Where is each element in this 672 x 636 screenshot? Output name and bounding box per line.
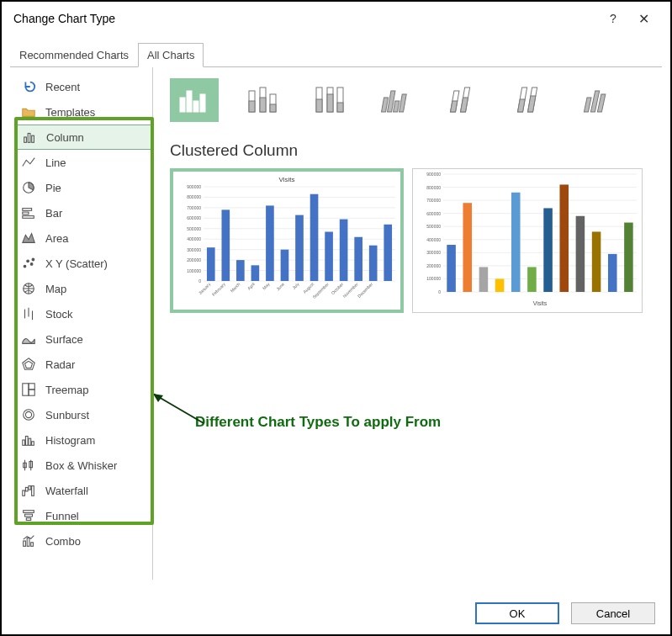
svg-text:500000: 500000 <box>187 226 201 231</box>
svg-rect-51 <box>316 99 322 112</box>
sidebar-item-label: Box & Whisker <box>45 459 117 472</box>
window-title: Change Chart Type <box>13 12 598 25</box>
svg-text:August: August <box>302 281 315 294</box>
svg-rect-6 <box>23 216 34 219</box>
sidebar-item-label: Column <box>46 131 84 144</box>
svg-rect-92 <box>207 247 215 281</box>
svg-rect-103 <box>369 246 378 281</box>
svg-text:900000: 900000 <box>187 184 201 189</box>
ok-button[interactable]: OK <box>475 602 559 624</box>
histogram-chart-icon <box>20 432 37 448</box>
sidebar-item-area[interactable]: Area <box>15 225 152 251</box>
svg-rect-43 <box>200 94 205 112</box>
svg-rect-53 <box>327 94 333 112</box>
sidebar-item-surface[interactable]: Surface <box>15 326 152 352</box>
subtype-3d-column[interactable] <box>574 78 622 122</box>
sidebar-item-templates[interactable]: Templates <box>15 99 152 125</box>
svg-rect-35 <box>25 514 33 517</box>
sidebar-item-label: Recent <box>45 81 80 93</box>
sidebar-item-recent[interactable]: Recent <box>15 74 152 99</box>
sidebar-item-boxwhisker[interactable]: Box & Whisker <box>15 453 152 478</box>
sidebar-item-funnel[interactable]: Funnel <box>15 503 152 528</box>
svg-text:June: June <box>275 281 285 291</box>
svg-point-10 <box>32 258 34 261</box>
sidebar-item-scatter[interactable]: X Y (Scatter) <box>15 251 152 276</box>
svg-rect-97 <box>281 250 289 281</box>
subtype-100stacked-3d[interactable] <box>506 78 555 122</box>
sidebar-item-label: Funnel <box>45 510 79 522</box>
help-button[interactable]: ? <box>598 12 628 25</box>
tab-recommended[interactable]: Recommended Charts <box>10 43 138 67</box>
svg-rect-32 <box>29 486 31 490</box>
sidebar-item-column[interactable]: Column <box>15 125 152 150</box>
sidebar-item-waterfall[interactable]: Waterfall <box>15 478 152 503</box>
sidebar-item-bar[interactable]: Bar <box>15 200 152 225</box>
svg-point-20 <box>24 410 34 421</box>
svg-rect-38 <box>27 538 29 546</box>
sidebar-item-label: Waterfall <box>45 485 88 497</box>
sidebar-item-label: Map <box>45 283 66 295</box>
folder-icon <box>20 103 37 120</box>
radar-chart-icon <box>20 356 37 373</box>
svg-rect-42 <box>193 101 198 112</box>
svg-rect-39 <box>31 543 34 547</box>
svg-rect-58 <box>394 101 399 112</box>
line-chart-icon <box>20 154 37 171</box>
subtype-stacked-3d[interactable] <box>439 78 488 122</box>
svg-text:0: 0 <box>198 278 201 284</box>
tab-strip: Recommended Charts All Charts <box>2 42 670 66</box>
svg-text:400000: 400000 <box>426 237 441 242</box>
preview-1[interactable]: Visits0100000200000300000400000500000600… <box>170 168 404 313</box>
preview-2[interactable]: 0100000200000300000400000500000600000700… <box>412 168 643 313</box>
sidebar-item-radar[interactable]: Radar <box>15 352 152 377</box>
bar-chart-icon <box>20 204 37 221</box>
close-button[interactable]: ✕ <box>628 11 659 27</box>
tab-all-charts[interactable]: All Charts <box>138 43 204 67</box>
svg-rect-18 <box>29 384 34 390</box>
svg-rect-2 <box>32 135 34 142</box>
title-bar: Change Chart Type ? ✕ <box>2 2 670 35</box>
sidebar-item-pie[interactable]: Pie <box>15 175 152 200</box>
svg-rect-145 <box>576 216 585 292</box>
sidebar-item-map[interactable]: Map <box>15 276 152 301</box>
svg-rect-25 <box>32 442 34 446</box>
sidebar-item-combo[interactable]: Combo <box>15 528 152 554</box>
svg-rect-47 <box>260 98 266 112</box>
sidebar-item-sunburst[interactable]: Sunburst <box>15 402 152 427</box>
sidebar-item-treemap[interactable]: Treemap <box>15 377 152 402</box>
sidebar-item-label: Surface <box>45 333 83 346</box>
svg-rect-139 <box>479 267 489 292</box>
subtype-clustered-3d[interactable] <box>372 78 421 122</box>
svg-text:July: July <box>291 281 300 290</box>
subtype-clustered-2d[interactable] <box>170 78 219 122</box>
cancel-button[interactable]: Cancel <box>571 602 655 624</box>
dialog-footer: OK Cancel <box>475 602 655 624</box>
undo-icon <box>20 78 37 95</box>
svg-rect-94 <box>236 260 245 281</box>
sidebar-item-stock[interactable]: Stock <box>15 301 152 326</box>
sidebar-item-label: Line <box>45 156 66 169</box>
sidebar-item-label: Treemap <box>45 384 89 396</box>
sidebar-item-histogram[interactable]: Histogram <box>15 427 152 453</box>
subtype-100stacked-2d[interactable] <box>304 78 353 122</box>
svg-text:0: 0 <box>438 289 441 294</box>
sidebar-item-line[interactable]: Line <box>15 150 152 175</box>
sidebar-item-label: Radar <box>45 358 75 371</box>
svg-rect-147 <box>608 254 617 292</box>
svg-text:December: December <box>357 281 374 299</box>
svg-text:April: April <box>246 281 256 290</box>
svg-rect-70 <box>597 94 605 112</box>
svg-rect-56 <box>382 98 389 112</box>
svg-rect-104 <box>384 225 392 281</box>
svg-rect-45 <box>249 101 255 112</box>
svg-rect-67 <box>528 96 536 112</box>
subtype-stacked-2d[interactable] <box>237 78 286 122</box>
svg-rect-61 <box>451 101 458 112</box>
svg-rect-36 <box>26 518 30 521</box>
sidebar-item-label: Combo <box>45 535 81 548</box>
svg-point-9 <box>30 263 33 266</box>
svg-rect-95 <box>251 265 260 281</box>
subtype-row <box>170 74 662 126</box>
annotation-text: Different Chart Types To apply From <box>195 414 441 431</box>
svg-text:800000: 800000 <box>426 185 441 190</box>
